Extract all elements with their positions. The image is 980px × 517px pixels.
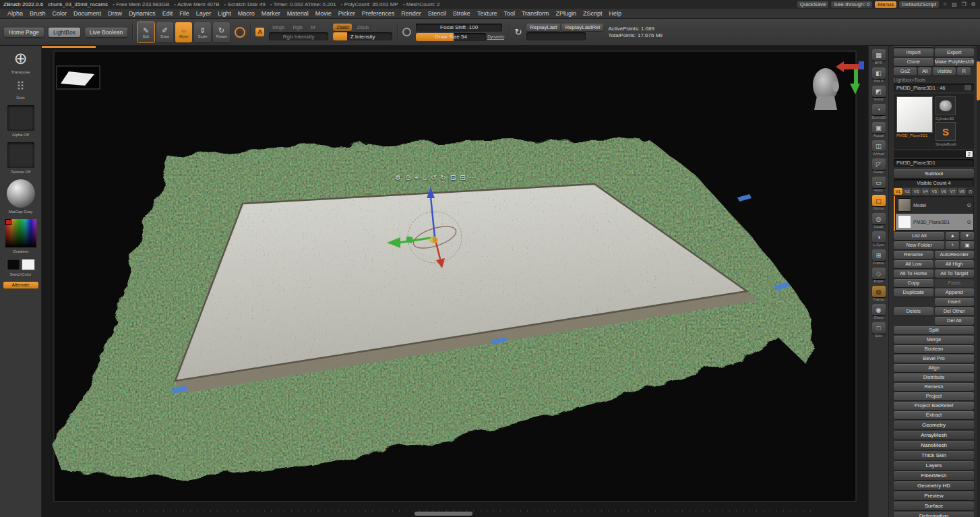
palette-section-header[interactable]: FiberMesh <box>894 471 974 480</box>
menu-item[interactable]: Picker <box>335 10 359 17</box>
gizmo-rotate-cw-icon[interactable]: ↻ <box>440 174 446 182</box>
live-boolean-button[interactable]: Live Boolean <box>85 28 127 37</box>
duplicate-button[interactable]: Duplicate <box>894 288 933 297</box>
palette-section-header[interactable]: Preview <box>894 491 974 500</box>
scroll-button[interactable]: ◩ Scroll <box>872 86 886 102</box>
list-all-button[interactable]: List All <box>894 232 944 240</box>
tray-accent-bar[interactable] <box>42 46 96 48</box>
gizmo-toggle-button[interactable]: ▢ Gizmo <box>872 195 886 211</box>
gizmo-home-icon[interactable]: ⌂ <box>423 174 427 182</box>
replay-icon[interactable]: ↻ <box>514 27 522 37</box>
rgb-intensity-slider[interactable]: Rgb Intensity <box>269 32 328 40</box>
goz-all-button[interactable]: All <box>918 67 931 75</box>
alternate-button[interactable]: Alternate <box>3 282 38 288</box>
delete-button[interactable]: Delete <box>894 307 933 315</box>
import-button[interactable]: Import <box>894 49 933 57</box>
replay-last-rel-button[interactable]: ReplayLastRel <box>561 24 603 31</box>
see-through-slider[interactable]: See-through: 0 <box>831 1 872 8</box>
folder-options-button[interactable]: ▣ <box>960 241 974 249</box>
palette-section-header[interactable]: Surface <box>894 501 974 510</box>
aahalf-button[interactable]: ◫ AAHalf <box>872 140 886 156</box>
bpr-button[interactable]: ▦ BPR <box>872 49 886 65</box>
gizmo-lock-icon[interactable]: ⊡ <box>450 174 456 182</box>
palette-section-header[interactable]: Layers <box>894 461 974 470</box>
gizmo-pivot-icon[interactable]: ⌖ <box>415 174 419 182</box>
paste-subtool-button[interactable]: Paste <box>935 279 975 287</box>
solo-button[interactable]: □ Solo <box>872 322 886 338</box>
actual-button[interactable]: ▣ Actual <box>872 122 886 138</box>
make-polymesh3d-button[interactable]: Make PolyMesh3D <box>935 58 975 66</box>
append-button[interactable]: Append <box>935 288 975 297</box>
viewport-3d[interactable] <box>42 46 868 517</box>
dynamic-label[interactable]: Dynamic <box>487 34 504 40</box>
quicksave-button[interactable]: QuickSave <box>797 1 829 8</box>
panel-scrollbar-thumb[interactable] <box>977 61 980 100</box>
menu-item[interactable]: Tool <box>500 10 518 17</box>
insert-button[interactable]: Insert <box>935 298 975 306</box>
recent-tool-thumbnail[interactable]: S <box>936 122 956 141</box>
draw-size-slider[interactable]: Draw Size 54 <box>416 33 486 41</box>
nav-thumbnail[interactable] <box>57 66 100 89</box>
stroke-dots-icon[interactable]: ⠿ <box>16 80 24 94</box>
stroke-slider[interactable] <box>526 32 586 40</box>
all-high-button[interactable]: All High <box>935 260 975 268</box>
split-section[interactable]: Split <box>894 326 974 334</box>
project-basrelief-section[interactable]: Project BasRelief <box>894 402 974 410</box>
polyf-button[interactable]: ◇ PolyF <box>872 268 886 284</box>
active-tool-bar[interactable]: PM3D_Plane3D1 <box>894 159 974 167</box>
subtool-prev-button[interactable]: ▲ <box>946 232 959 240</box>
gizmo-y-handle[interactable] <box>406 236 412 243</box>
recent-tool-thumbnail[interactable] <box>936 96 956 115</box>
menu-item[interactable]: Render <box>398 10 425 17</box>
menu-item[interactable]: Draw <box>104 10 125 17</box>
clone-button[interactable]: Clone <box>894 58 933 66</box>
remesh-section[interactable]: Remesh <box>894 383 974 391</box>
lightbox-button[interactable]: LightBox <box>49 28 80 37</box>
lsym-button[interactable]: ◑ L.Sym <box>872 231 886 247</box>
menu-item[interactable]: Material <box>284 10 312 17</box>
gizmo-rotate-ccw-icon[interactable]: ↺ <box>431 174 436 182</box>
menu-item[interactable]: Color <box>49 10 71 17</box>
merge-section[interactable]: Merge <box>894 336 974 344</box>
default-zscript-button[interactable]: DefaultZScript <box>899 1 939 8</box>
grid-icon[interactable]: ⌗ <box>942 1 948 8</box>
viewport-area[interactable]: ⚙⊙⌖⌂↺↻⊡⊟⋯ <box>42 46 868 517</box>
del-all-button[interactable]: Del All <box>935 317 975 325</box>
persp-button[interactable]: ◸ Persp <box>872 158 886 175</box>
palette-section-header[interactable]: Deformation <box>894 512 974 517</box>
paint-a-chip[interactable]: A <box>255 28 264 36</box>
transpose-brush-icon[interactable]: ⊕ <box>13 49 27 68</box>
bevel-pro-section[interactable]: Bevel Pro <box>894 355 974 363</box>
export-button[interactable]: Export <box>935 49 975 57</box>
copy-subtool-button[interactable]: Copy <box>894 279 933 287</box>
ghost-button[interactable]: ◉ Ghost <box>872 304 886 320</box>
secondary-color-swatch[interactable] <box>22 259 35 270</box>
layout-icon[interactable]: ▤ <box>951 1 958 7</box>
eye-icon[interactable]: ⊙ <box>967 219 971 225</box>
visibility-tab[interactable]: V2 <box>903 188 912 195</box>
menu-item[interactable]: Stencil <box>425 10 450 17</box>
visibility-tab[interactable]: V5 <box>930 188 939 195</box>
autoreorder-button[interactable]: AutoReorder <box>935 251 975 259</box>
texture-swatch[interactable] <box>7 142 34 168</box>
menu-item[interactable]: Stroke <box>450 10 474 17</box>
tool-name-bar[interactable]: PM3D_Plane3D1 : 46 <box>894 84 974 92</box>
menu-item[interactable]: File <box>176 10 193 17</box>
mode-draw-button[interactable]: ✐ Draw <box>156 22 173 42</box>
r-chip[interactable] <box>964 85 971 90</box>
menu-item[interactable]: Edit <box>159 10 177 17</box>
alpha-swatch[interactable] <box>7 105 34 131</box>
menu-item[interactable]: Dynamics <box>125 10 159 17</box>
gizmo-snap-icon[interactable]: ⊙ <box>405 174 410 182</box>
mrgb-button[interactable]: Mrgb <box>269 24 288 31</box>
rgb-button[interactable]: Rgb <box>289 24 306 31</box>
m-button[interactable]: M <box>307 24 319 31</box>
current-tool-thumbnail[interactable] <box>896 96 933 133</box>
subtool-next-button[interactable]: ▼ <box>960 232 974 240</box>
menu-item[interactable]: Macro <box>235 10 258 17</box>
goz-visible-button[interactable]: Visible <box>933 67 956 75</box>
subtool-header[interactable]: Subtool <box>894 169 974 178</box>
menu-item[interactable]: Alpha <box>4 10 26 17</box>
palette-section-header[interactable]: Geometry HD <box>894 481 974 490</box>
project-section[interactable]: Project <box>894 392 974 400</box>
